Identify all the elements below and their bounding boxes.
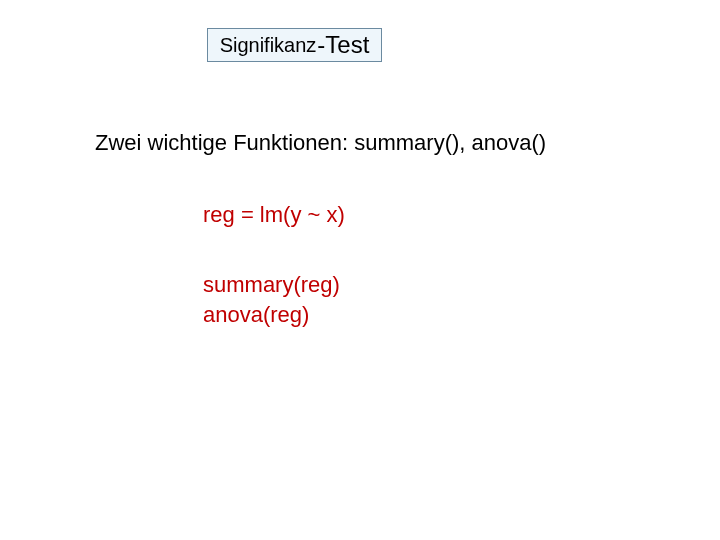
intro-text: Zwei wichtige Funktionen: summary(), ano… <box>95 130 546 156</box>
slide: Signifikanz-Test Zwei wichtige Funktione… <box>0 0 720 540</box>
title-part2: -Test <box>317 33 369 57</box>
code-line-1: reg = lm(y ~ x) <box>203 202 345 228</box>
title-part1: Signifikanz <box>220 35 317 55</box>
title-box: Signifikanz-Test <box>207 28 382 62</box>
code-line-3: anova(reg) <box>203 302 309 328</box>
code-line-2: summary(reg) <box>203 272 340 298</box>
